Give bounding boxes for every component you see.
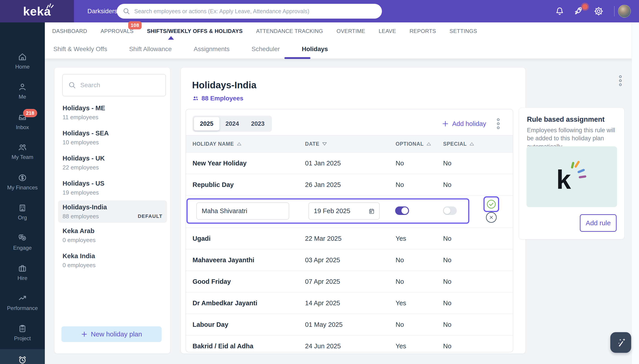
holidays-main-panel: Holidays-India 88 Employees 2025 2024 20… xyxy=(181,67,526,354)
add-holiday-button[interactable]: Add holiday xyxy=(442,120,486,128)
plan-list: Holidays - ME 11 employees Holidays - SE… xyxy=(58,100,167,273)
nav-reports[interactable]: REPORTS xyxy=(410,28,436,34)
year-tabs: 2025 2024 2023 xyxy=(192,116,272,132)
column-holiday-name[interactable]: HOLIDAY NAME xyxy=(192,141,305,147)
cancel-edit-button[interactable] xyxy=(486,212,497,223)
main-nav: DASHBOARD APPROVALS108 SHIFTS/WEEKLY OFF… xyxy=(45,22,639,40)
calendar-icon xyxy=(368,208,375,215)
plan-item-keka-arab[interactable]: Keka Arab 0 employees xyxy=(58,223,167,248)
column-date[interactable]: DATE xyxy=(305,141,396,147)
year-tab-2025[interactable]: 2025 xyxy=(194,117,220,130)
topbar: keka Darksiders Inc Search employees or … xyxy=(0,0,639,22)
plan-item-keka-india[interactable]: Keka India 0 employees xyxy=(58,248,167,273)
add-rule-button[interactable]: Add rule xyxy=(580,214,616,232)
sidebar-item-home[interactable]: Home xyxy=(0,48,45,74)
rule-based-assignment-panel: Rule based assignment Employees followin… xyxy=(519,108,624,240)
plus-icon xyxy=(81,331,88,338)
holiday-plans-panel: Search Holidays - ME 11 employees Holida… xyxy=(54,67,170,354)
special-toggle[interactable] xyxy=(443,206,457,215)
rule-panel-illustration: k xyxy=(526,146,617,207)
plan-item-holidays-uk[interactable]: Holidays - UK 22 employees xyxy=(58,150,167,175)
employees-link[interactable]: 88 Employees xyxy=(192,95,244,102)
plan-item-holidays-us[interactable]: Holidays - US 19 employees xyxy=(58,175,167,200)
year-tab-2023[interactable]: 2023 xyxy=(245,117,270,130)
home-icon xyxy=(18,52,27,62)
sidebar-item-project[interactable]: Project xyxy=(0,319,45,346)
sidebar-item-me[interactable]: Me xyxy=(0,78,45,104)
subtab-shift-allowance[interactable]: Shift Allowance xyxy=(129,46,172,53)
search-placeholder: Search employees or actions (Ex: Apply L… xyxy=(134,8,309,14)
nav-dashboard[interactable]: DASHBOARD xyxy=(52,28,87,34)
nav-settings[interactable]: SETTINGS xyxy=(450,28,477,34)
sort-up-icon xyxy=(469,142,474,146)
table-row[interactable]: Ugadi 22 Mar 2025 Yes No xyxy=(186,228,513,249)
sidebar-item-engage[interactable]: Engage xyxy=(0,228,45,256)
nav-shifts-weekly-offs-holidays[interactable]: SHIFTS/WEEKLY OFFS & HOLIDAYS xyxy=(147,28,243,34)
plans-search-input[interactable]: Search xyxy=(62,74,166,96)
year-tab-2024[interactable]: 2024 xyxy=(220,117,245,130)
nav-approvals[interactable]: APPROVALS108 xyxy=(101,28,134,34)
plan-item-holidays-sea[interactable]: Holidays - SEA 10 employees xyxy=(58,125,167,150)
sort-down-icon xyxy=(322,142,327,146)
sidebar-item-time-attend[interactable]: Time Attend xyxy=(0,349,45,364)
magic-wand-icon xyxy=(615,337,627,348)
sub-nav: Shift & Weekly Offs Shift Allowance Assi… xyxy=(45,40,639,59)
table-row[interactable]: New Year Holiday 01 Jan 2025 No No xyxy=(186,152,513,174)
magic-wand-fab[interactable] xyxy=(610,332,631,353)
column-special[interactable]: SPECIAL xyxy=(443,141,513,147)
rule-panel-title: Rule based assignment xyxy=(527,116,604,124)
table-toolbar: 2025 2024 2023 Add holiday xyxy=(186,110,513,135)
rocket-notification-dot xyxy=(581,3,589,11)
approvals-badge: 108 xyxy=(128,21,142,29)
person-icon xyxy=(18,82,27,92)
table-row[interactable]: Labour Day 01 May 2025 No No xyxy=(186,314,513,335)
table-row[interactable]: Republic Day 26 Jan 2025 No No xyxy=(186,174,513,195)
new-holiday-plan-button[interactable]: New holiday plan xyxy=(62,326,162,342)
user-avatar[interactable] xyxy=(618,5,631,18)
plan-item-holidays-me[interactable]: Holidays - ME 11 employees xyxy=(58,100,167,125)
nav-overtime[interactable]: OVERTIME xyxy=(336,28,365,34)
clipboard-icon xyxy=(18,324,27,333)
plans-search-placeholder: Search xyxy=(80,82,100,89)
bell-icon[interactable] xyxy=(554,6,565,16)
subtab-assignments[interactable]: Assignments xyxy=(194,46,230,53)
column-optional[interactable]: OPTIONAL xyxy=(396,141,443,147)
holiday-name-input[interactable] xyxy=(196,202,289,220)
save-holiday-button[interactable] xyxy=(484,196,499,212)
inbox-badge: 218 xyxy=(23,109,37,117)
optional-toggle[interactable] xyxy=(395,206,409,215)
subtab-holidays[interactable]: Holidays xyxy=(302,46,328,53)
keka-logo[interactable]: keka xyxy=(0,0,74,22)
plus-icon xyxy=(442,120,449,127)
subtab-scheduler[interactable]: Scheduler xyxy=(252,46,280,53)
sidebar-item-my-team[interactable]: My Team xyxy=(0,138,45,165)
keka-k-logo: k xyxy=(555,160,588,194)
sidebar-item-performance[interactable]: Performance xyxy=(0,289,45,316)
table-row[interactable]: Bakrid / Eid al Adha 24 Jun 2025 Yes No xyxy=(186,335,513,352)
sidebar-item-hire[interactable]: Hire xyxy=(0,259,45,286)
search-icon xyxy=(68,81,76,89)
check-circle-icon xyxy=(486,199,497,210)
gear-icon[interactable] xyxy=(594,6,604,16)
table-row[interactable]: Dr Ambedkar Jayanti 14 Apr 2025 Yes No xyxy=(186,292,513,314)
holiday-table-card: 2025 2024 2023 Add holiday HOLIDAY NAME xyxy=(186,109,513,352)
sidebar-item-my-finances[interactable]: My Finances xyxy=(0,168,45,195)
dollar-icon xyxy=(18,173,27,182)
plan-item-holidays-india[interactable]: Holidays-India 88 employees DEFAULT xyxy=(58,200,167,223)
team-icon xyxy=(18,142,27,152)
sidebar-item-org[interactable]: Org xyxy=(0,198,45,225)
holiday-date-input[interactable]: 19 Feb 2025 xyxy=(308,202,380,220)
sidebar-item-inbox[interactable]: Inbox 218 xyxy=(0,108,45,135)
close-icon xyxy=(489,215,494,220)
table-menu-kebab-icon[interactable] xyxy=(497,118,500,129)
nav-attendance-tracking[interactable]: ATTENDANCE TRACKING xyxy=(256,28,323,34)
default-badge: DEFAULT xyxy=(138,214,162,219)
active-tab-indicator xyxy=(168,36,174,40)
nav-leave[interactable]: LEAVE xyxy=(379,28,396,34)
table-row[interactable]: Mahaveera Jayanthi 03 Apr 2025 No No xyxy=(186,249,513,270)
table-row[interactable]: Good Friday 07 Apr 2025 No No xyxy=(186,270,513,292)
page-menu-kebab-icon[interactable] xyxy=(619,75,622,86)
global-search-input[interactable]: Search employees or actions (Ex: Apply L… xyxy=(117,4,382,18)
scrollbar-track[interactable] xyxy=(632,22,639,364)
subtab-shift-weekly-offs[interactable]: Shift & Weekly Offs xyxy=(53,46,107,53)
